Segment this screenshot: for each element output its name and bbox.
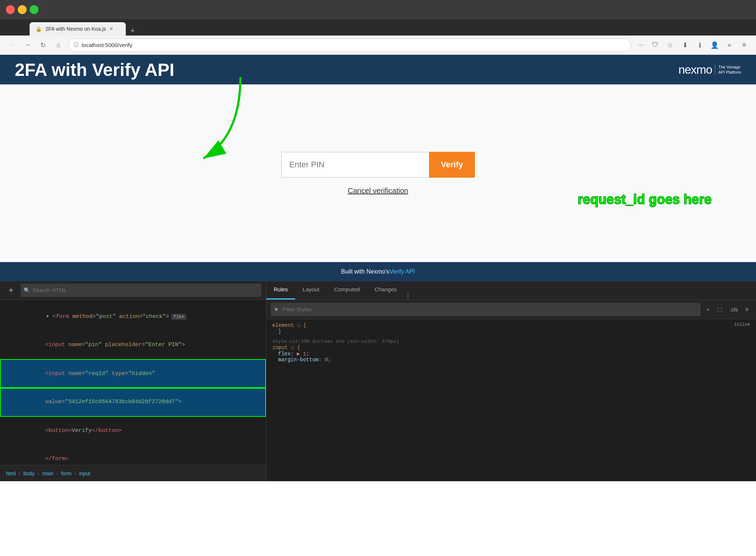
search-html-icon: 🔍 <box>24 287 30 293</box>
address-text: localhost:5000/verify <box>82 42 132 48</box>
browser-tabs: 🔒 2FA with Nexmo on Koa.js × + <box>0 19 756 36</box>
input-selector: input ☐ { <box>272 344 750 351</box>
nexmo-logo: nexmo The Vonage API Platform <box>678 63 741 77</box>
breadcrumb-main[interactable]: main <box>42 470 53 476</box>
tab-rules[interactable]: Rules <box>266 281 295 299</box>
media-query-comment: style.css:100 @screen and (min-width: 47… <box>272 339 750 344</box>
tab-title: 2FA with Nexmo on Koa.js <box>45 26 106 32</box>
address-bar[interactable]: ⓘ localhost:5000/verify <box>68 38 631 52</box>
filter-styles-wrapper: ▼ <box>271 303 701 316</box>
info-button[interactable]: ℹ <box>694 39 706 51</box>
pin-input[interactable] <box>281 152 429 178</box>
styles-panel: Rules Layout Computed Changes | ▼ + ⬚ .c… <box>266 281 756 481</box>
styles-copy-button[interactable]: ⬚ <box>714 305 725 314</box>
html-input-reqid-line2[interactable]: value="5412ef15c0564783bcb84d28f2720dd7"… <box>0 388 266 417</box>
home-button[interactable]: ⌂ <box>53 39 64 51</box>
styles-actions: + ⬚ .cls ≡ <box>703 305 752 314</box>
style-prop-margin-bottom: margin-bottom: 0; <box>272 357 750 363</box>
html-input-reqid-line1[interactable]: <input name="reqId" type="hidden" <box>0 359 266 388</box>
page-main: Verify Cancel verification <box>0 84 756 262</box>
styles-cls-button[interactable]: .cls <box>727 305 741 314</box>
back-button[interactable]: ← <box>6 39 18 51</box>
active-tab[interactable]: 🔒 2FA with Nexmo on Koa.js × <box>30 22 126 36</box>
filter-styles-input[interactable] <box>271 303 701 316</box>
nexmo-text: nexmo <box>678 63 712 77</box>
cancel-verification-link[interactable]: Cancel verification <box>348 187 408 195</box>
breadcrumb-input[interactable]: input <box>79 470 90 476</box>
html-form-close-line: </form> <box>0 445 266 465</box>
tab-computed[interactable]: Computed <box>327 281 367 299</box>
styles-more-button[interactable]: ≡ <box>742 305 752 314</box>
fullscreen-traffic-light[interactable] <box>30 5 38 14</box>
html-breadcrumb: html › body › main › form › input <box>0 465 266 481</box>
style-prop-flex: flex: ▶ 1; <box>272 351 750 357</box>
toolbar-actions: ··· 🛡 ☆ ⬇ ℹ 👤 » ≡ <box>635 39 750 51</box>
style-rule-media: style.css:100 @screen and (min-width: 47… <box>272 339 750 363</box>
browser-titlebar <box>0 0 756 19</box>
styles-tabs-extend[interactable]: | <box>404 292 412 299</box>
element-selector: element ☐ { inline <box>272 322 750 328</box>
bookmark-button[interactable]: ☆ <box>664 39 676 51</box>
style-rule-element: element ☐ { inline } <box>272 322 750 334</box>
filter-icon: ▼ <box>274 307 279 312</box>
breadcrumb-body[interactable]: body <box>23 470 34 476</box>
html-button-line: <button>Verify</button> <box>0 417 266 445</box>
styles-add-rule-button[interactable]: + <box>703 305 713 314</box>
forward-button[interactable]: → <box>21 39 33 51</box>
search-html-input[interactable] <box>21 284 261 297</box>
shield-button[interactable]: 🛡 <box>649 39 661 51</box>
new-tab-button[interactable]: + <box>126 26 139 36</box>
footer-text: Built with Nexmo's <box>341 268 389 275</box>
verify-form: Verify <box>281 152 475 178</box>
html-panel: + 🔍 ▾ <form method="post" action="check"… <box>0 281 266 481</box>
html-content: ▾ <form method="post" action="check">fle… <box>0 300 266 465</box>
tab-favicon-icon: 🔒 <box>36 26 42 32</box>
download-button[interactable]: ⬇ <box>679 39 691 51</box>
profile-button[interactable]: 👤 <box>709 39 720 51</box>
verify-api-link[interactable]: Verify API <box>389 268 415 275</box>
tab-close-button[interactable]: × <box>109 26 113 32</box>
styles-content: element ☐ { inline } style.css:100 @scre… <box>266 319 756 481</box>
reload-button[interactable]: ↻ <box>37 39 49 51</box>
menu-button[interactable]: ≡ <box>738 39 750 51</box>
html-form-line: ▾ <form method="post" action="check">fle… <box>0 303 266 331</box>
page-header: 2FA with Verify API nexmo The Vonage API… <box>0 55 756 84</box>
extend-button[interactable]: » <box>723 39 735 51</box>
devtools: ⬚ ☐ ☐ Inspector ▷ Console ⬜ Debugger {} … <box>0 259 756 481</box>
extensions-button[interactable]: ··· <box>635 39 647 51</box>
html-add-button[interactable]: + <box>4 284 18 297</box>
element-rule-close: } <box>272 328 750 334</box>
nexmo-subtitle: The Vonage API Platform <box>715 64 741 75</box>
devtools-body: + 🔍 ▾ <form method="post" action="check"… <box>0 281 756 481</box>
annotation-text: request_id goes here <box>578 192 712 207</box>
minimize-traffic-light[interactable] <box>18 5 27 14</box>
styles-toolbar: ▼ + ⬚ .cls ≡ <box>266 300 756 319</box>
tab-changes[interactable]: Changes <box>367 281 404 299</box>
page-footer: Built with Nexmo's Verify API <box>0 262 756 281</box>
secure-icon: ⓘ <box>74 42 79 48</box>
browser-toolbar: ← → ↻ ⌂ ⓘ localhost:5000/verify ··· 🛡 ☆ … <box>0 36 756 55</box>
close-traffic-light[interactable] <box>6 5 15 14</box>
verify-button[interactable]: Verify <box>429 152 475 178</box>
search-html-wrapper: 🔍 <box>21 284 261 297</box>
breadcrumb-html[interactable]: html <box>6 470 16 476</box>
breadcrumb-form[interactable]: form <box>61 470 71 476</box>
traffic-lights <box>6 5 38 14</box>
page-title: 2FA with Verify API <box>15 60 174 80</box>
html-input-pin-line: <input name="pin" placeholder="Enter PIN… <box>0 331 266 359</box>
tab-layout[interactable]: Layout <box>295 281 327 299</box>
styles-tabs: Rules Layout Computed Changes | <box>266 281 756 300</box>
html-toolbar: + 🔍 <box>0 281 266 300</box>
page-wrapper: 2FA with Verify API nexmo The Vonage API… <box>0 55 756 259</box>
